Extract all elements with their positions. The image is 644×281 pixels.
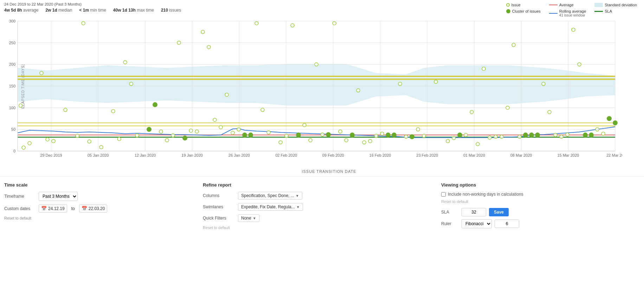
custom-dates-row: Custom dates 📅 24.12.19 to 📅 22.03.20 xyxy=(4,204,203,213)
stat-min-val: < 1m xyxy=(79,8,89,13)
rolling-legend-line xyxy=(549,13,558,14)
non-working-days-label: Include non-working days in calculations xyxy=(448,192,523,197)
time-scale-section: Time scale Timeframe Past 3 Months Past … xyxy=(4,182,203,230)
average-legend-line xyxy=(549,5,558,5)
viewing-title: Viewing options xyxy=(441,182,640,188)
viewing-options-section: Viewing options Include non-working days… xyxy=(441,182,640,230)
timeframe-row: Timeframe Past 3 Months Past Month Past … xyxy=(4,192,203,201)
quick-filters-dropdown[interactable]: None ▼ xyxy=(238,214,259,222)
time-scale-reset[interactable]: Reset to default xyxy=(4,216,203,220)
x-axis-label: ISSUE TRANSITION DATE xyxy=(17,169,641,174)
columns-dropdown[interactable]: Specification, Spec Done, ... ▼ xyxy=(238,192,302,200)
cluster-legend-label: Cluster of issues xyxy=(512,9,541,13)
date-to-input[interactable]: 📅 22.03.20 xyxy=(79,204,108,213)
issue-legend-label: Issue xyxy=(511,3,521,7)
non-working-days-row: Include non-working days in calculations xyxy=(441,192,640,197)
date-separator: to xyxy=(71,206,75,211)
save-button[interactable]: Save xyxy=(489,208,509,216)
ruler-type-select[interactable]: Fibonacci Linear xyxy=(462,219,492,228)
calendar-to-icon: 📅 xyxy=(82,206,87,211)
refine-title: Refine report xyxy=(203,182,441,188)
refine-reset: Reset to default xyxy=(203,226,441,230)
rolling-legend-label: Rolling average xyxy=(559,9,586,13)
date-from-input[interactable]: 📅 24.12.19 xyxy=(39,204,67,213)
timeframe-label: Timeframe xyxy=(4,194,36,199)
sla-input[interactable]: 32 xyxy=(462,208,486,216)
swimlanes-value: Expedite, Fix Date, Regula... xyxy=(241,204,295,209)
std-dev-legend-area xyxy=(594,3,603,7)
bottom-section: Time scale Timeframe Past 3 Months Past … xyxy=(0,176,644,235)
sla-legend-line xyxy=(594,11,603,12)
sla-label: SLA xyxy=(441,210,459,215)
refine-section: Refine report Columns Specification, Spe… xyxy=(203,182,441,230)
std-dev-legend-label: Standard deviation xyxy=(605,3,637,7)
quick-filters-label: Quick Filters xyxy=(203,216,238,221)
stat-max-val: 40w 1d 13h xyxy=(113,8,136,13)
custom-dates-label: Custom dates xyxy=(4,206,36,211)
ruler-row: Ruler Fibonacci Linear 6 xyxy=(441,219,640,228)
stat-average-val: 4w 5d 8h xyxy=(4,8,22,13)
columns-row: Columns Specification, Spec Done, ... ▼ xyxy=(203,192,441,200)
time-scale-title: Time scale xyxy=(4,182,203,188)
sla-row: SLA 32 Save xyxy=(441,208,640,216)
average-legend-label: Average xyxy=(559,3,574,7)
issue-legend-dot xyxy=(506,3,510,7)
stat-issues-val: 210 xyxy=(161,8,168,13)
main-chart xyxy=(0,14,622,169)
columns-label: Columns xyxy=(203,193,238,198)
calendar-from-icon: 📅 xyxy=(41,206,47,211)
ruler-value-input[interactable]: 6 xyxy=(495,220,519,228)
columns-value: Specification, Spec Done, ... xyxy=(241,193,294,198)
date-to-value: 22.03.20 xyxy=(89,206,105,211)
non-working-days-checkbox[interactable] xyxy=(441,192,446,197)
cluster-legend-dot xyxy=(506,9,510,13)
stat-median-val: 2w 1d xyxy=(45,8,57,13)
viewing-reset: Reset to default xyxy=(441,200,640,204)
quick-filters-caret-icon: ▼ xyxy=(253,216,256,220)
swimlanes-label: Swimlanes xyxy=(203,204,238,209)
timeframe-select[interactable]: Past 3 Months Past Month Past 6 Months P… xyxy=(39,192,78,201)
quick-filters-row: Quick Filters None ▼ xyxy=(203,214,441,222)
swimlanes-dropdown[interactable]: Expedite, Fix Date, Regula... ▼ xyxy=(238,203,303,211)
swimlanes-row: Swimlanes Expedite, Fix Date, Regula... … xyxy=(203,203,441,211)
columns-caret-icon: ▼ xyxy=(296,194,299,198)
date-from-value: 24.12.19 xyxy=(48,206,65,211)
ruler-label: Ruler xyxy=(441,221,459,226)
swimlanes-caret-icon: ▼ xyxy=(296,205,300,209)
sla-legend-label: SLA xyxy=(605,9,612,13)
quick-filters-value: None xyxy=(241,216,251,221)
